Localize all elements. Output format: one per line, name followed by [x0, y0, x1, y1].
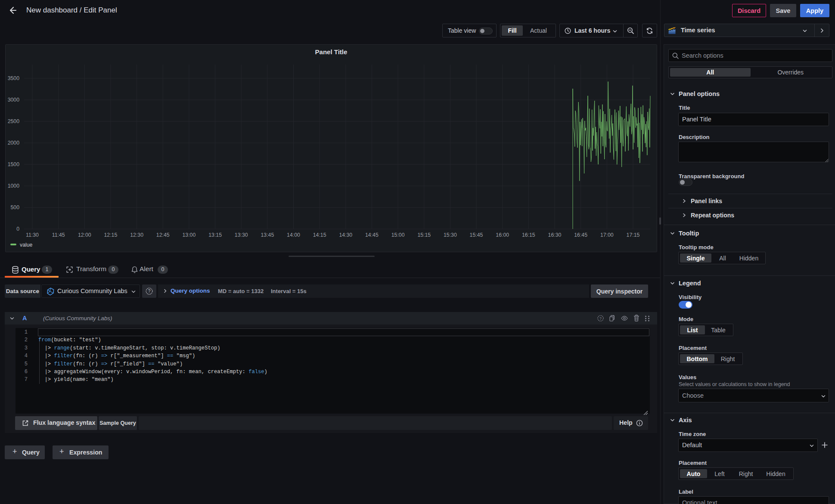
- svg-text:12:15: 12:15: [104, 232, 118, 238]
- svg-text:15:45: 15:45: [470, 232, 483, 238]
- svg-text:13:30: 13:30: [235, 232, 248, 238]
- svg-text:13:00: 13:00: [183, 232, 196, 238]
- svg-text:0: 0: [16, 226, 19, 232]
- svg-text:12:30: 12:30: [130, 232, 143, 238]
- svg-text:16:30: 16:30: [548, 232, 562, 238]
- svg-text:14:00: 14:00: [287, 232, 300, 238]
- svg-text:16:45: 16:45: [574, 232, 587, 238]
- svg-text:17:15: 17:15: [627, 232, 640, 238]
- svg-text:14:45: 14:45: [365, 232, 379, 238]
- svg-text:16:00: 16:00: [496, 232, 509, 238]
- svg-text:12:45: 12:45: [156, 232, 170, 238]
- svg-text:13:15: 13:15: [208, 232, 222, 238]
- svg-text:?: ?: [599, 316, 602, 321]
- svg-text:11:45: 11:45: [52, 232, 65, 238]
- svg-text:14:30: 14:30: [339, 232, 352, 238]
- svg-text:15:00: 15:00: [391, 232, 405, 238]
- svg-text:16:15: 16:15: [522, 232, 535, 238]
- svg-text:17:00: 17:00: [600, 232, 614, 238]
- svg-text:2500: 2500: [8, 118, 20, 124]
- svg-text:1000: 1000: [8, 183, 20, 189]
- svg-text:500: 500: [10, 204, 19, 210]
- svg-text:3000: 3000: [8, 97, 20, 103]
- svg-text:14:15: 14:15: [313, 232, 326, 238]
- svg-text:2000: 2000: [8, 140, 20, 146]
- svg-text:3500: 3500: [8, 75, 20, 81]
- svg-text:11:30: 11:30: [26, 232, 39, 238]
- svg-text:13:45: 13:45: [261, 232, 274, 238]
- svg-text:value: value: [20, 242, 33, 248]
- svg-text:15:30: 15:30: [444, 232, 457, 238]
- svg-text:15:15: 15:15: [417, 232, 431, 238]
- svg-text:12:00: 12:00: [78, 232, 91, 238]
- svg-text:?: ?: [148, 289, 151, 294]
- svg-text:1500: 1500: [8, 161, 20, 167]
